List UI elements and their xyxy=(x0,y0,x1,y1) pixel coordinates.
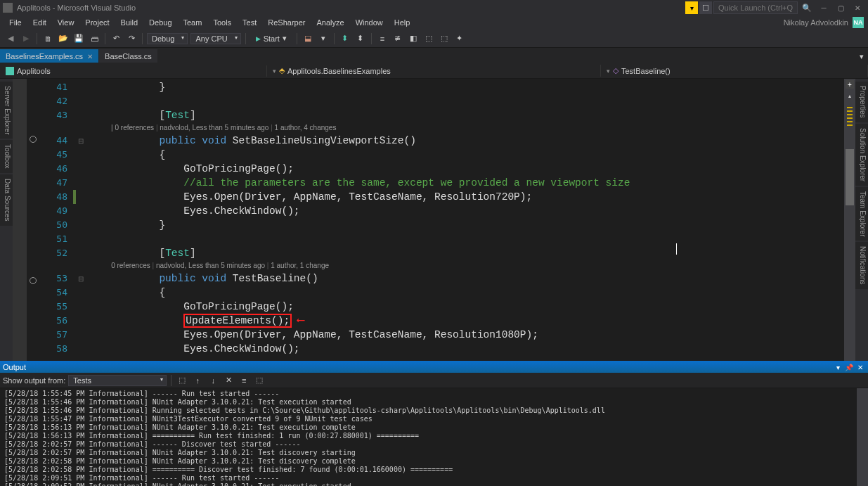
output-close-icon[interactable]: ✕ xyxy=(855,362,865,372)
side-tab-data-sources[interactable]: Data Sources xyxy=(0,174,13,226)
menu-build[interactable]: Build xyxy=(116,17,143,28)
output-scrollbar[interactable] xyxy=(857,388,868,486)
save-icon[interactable]: 💾 xyxy=(72,32,85,45)
feedback-icon[interactable]: ☐ xyxy=(699,1,712,14)
comment-icon[interactable]: ≡ xyxy=(376,32,389,45)
menu-test[interactable]: Test xyxy=(238,17,261,28)
tool-icon-3[interactable]: ⬍ xyxy=(339,32,351,45)
code-line[interactable]: } xyxy=(86,218,844,232)
code-line[interactable]: Eyes.CheckWindow(); xyxy=(86,204,844,218)
document-tab-well: BaselinesExamples.cs✕BaseClass.cs ▾ xyxy=(0,48,868,63)
side-tab-team-explorer[interactable]: Team Explorer xyxy=(855,187,868,241)
code-line[interactable]: //all the parameters are the same, excep… xyxy=(86,176,844,190)
output-pin-icon[interactable]: 📌 xyxy=(844,362,854,372)
tool-icon-4[interactable]: ⬍ xyxy=(354,32,367,45)
test-indicator-icon[interactable] xyxy=(30,136,37,143)
test-indicator-icon[interactable] xyxy=(30,277,37,284)
undo-icon[interactable]: ↶ xyxy=(110,32,122,45)
code-line[interactable]: [Test] xyxy=(86,108,844,122)
code-line[interactable]: [Test] xyxy=(86,246,844,260)
tool-icon-5[interactable]: ⬚ xyxy=(422,32,435,45)
open-file-icon[interactable]: 📂 xyxy=(57,32,70,45)
output-dropdown-icon[interactable]: ▾ xyxy=(833,362,843,372)
signed-in-user[interactable]: Nikolay Advolodkin xyxy=(784,18,848,27)
menu-edit[interactable]: Edit xyxy=(28,17,51,28)
menu-view[interactable]: View xyxy=(53,17,79,28)
tool-icon-1[interactable]: ⬓ xyxy=(302,32,314,45)
tab-overflow-icon[interactable]: ▾ xyxy=(855,50,868,63)
code-line[interactable]: { xyxy=(86,148,844,162)
code-line[interactable]: public void TestBaseline() xyxy=(86,271,844,286)
tool-icon-7[interactable]: ✦ xyxy=(453,32,466,45)
output-panel-header[interactable]: Output ▾ 📌 ✕ xyxy=(0,361,868,373)
side-tab-notifications[interactable]: Notifications xyxy=(855,242,868,288)
annotation-arrow-icon: ⟵ xyxy=(297,314,304,328)
side-tab-toolbox[interactable]: Toolbox xyxy=(0,140,13,172)
menu-window[interactable]: Window xyxy=(351,17,388,28)
search-icon[interactable]: 🔍 xyxy=(799,4,815,13)
new-project-icon[interactable]: 🗎 xyxy=(41,32,54,45)
csharp-icon xyxy=(6,67,14,75)
menu-analyze[interactable]: Analyze xyxy=(311,17,349,28)
uncomment-icon[interactable]: ≢ xyxy=(391,32,404,45)
close-button[interactable]: ✕ xyxy=(850,1,865,14)
split-icon[interactable]: + xyxy=(846,80,854,89)
menu-tools[interactable]: Tools xyxy=(208,17,236,28)
menu-resharper[interactable]: ReSharper xyxy=(263,17,310,28)
document-tab[interactable]: BaselinesExamples.cs✕ xyxy=(0,49,98,63)
start-debug-button[interactable]: ▶Start ▾ xyxy=(250,33,292,44)
menu-team[interactable]: Team xyxy=(179,17,207,28)
notification-icon[interactable]: ▾ xyxy=(685,1,698,14)
side-tab-properties[interactable]: Properties xyxy=(855,82,868,122)
code-line[interactable] xyxy=(86,232,844,246)
output-prev-icon[interactable]: ↑ xyxy=(191,374,204,387)
nav-fwd-icon[interactable]: ▶ xyxy=(20,32,32,45)
document-tab[interactable]: BaseClass.cs xyxy=(99,49,157,63)
tab-close-icon[interactable]: ✕ xyxy=(87,53,93,60)
code-editor[interactable]: 414243444546474849505152535455565758 ⊟⊟ … xyxy=(13,79,855,361)
nav-back-icon[interactable]: ◀ xyxy=(4,32,17,45)
output-text[interactable]: [5/28/18 1:55:45 PM Informational] -----… xyxy=(0,388,868,486)
output-next-icon[interactable]: ↓ xyxy=(207,374,219,387)
nav-member-dropdown[interactable]: ▾ ◇ TestBaseline() xyxy=(601,65,868,77)
output-goto-icon[interactable]: ⬚ xyxy=(176,374,188,387)
solution-config-dropdown[interactable]: Debug xyxy=(147,33,188,44)
code-line[interactable]: GoToPricingPage(); xyxy=(86,300,844,314)
output-clear-icon[interactable]: ✕ xyxy=(222,374,235,387)
code-line[interactable]: public void SetBaselineUsingViewportSize… xyxy=(86,134,844,148)
redo-icon[interactable]: ↷ xyxy=(125,32,138,45)
menu-help[interactable]: Help xyxy=(389,17,415,28)
side-tab-server-explorer[interactable]: Server Explorer xyxy=(0,82,13,139)
scroll-up-icon[interactable]: ▴ xyxy=(846,91,854,100)
code-line[interactable]: Eyes.CheckWindow(); xyxy=(86,342,844,356)
output-source-dropdown[interactable]: Tests xyxy=(68,375,167,386)
menu-file[interactable]: File xyxy=(4,17,27,28)
user-avatar[interactable]: NA xyxy=(853,17,864,28)
nav-type-dropdown[interactable]: ▾ ⬘ Applitools.BaselinesExamples xyxy=(267,65,601,77)
output-wrap-icon[interactable]: ≡ xyxy=(238,374,250,387)
menu-project[interactable]: Project xyxy=(80,17,114,28)
code-line[interactable]: GoToPricingPage(); xyxy=(86,162,844,176)
nav-project-dropdown[interactable]: Applitools xyxy=(0,65,267,77)
code-line[interactable]: | 0 references | nadvolod, Less than 5 m… xyxy=(86,122,844,134)
code-line[interactable]: Eyes.Open(Driver, AppName, TestCaseName,… xyxy=(86,328,844,342)
code-line[interactable]: 0 references | nadvolod, Less than 5 min… xyxy=(86,260,844,271)
code-line[interactable]: } xyxy=(86,80,844,94)
solution-platform-dropdown[interactable]: Any CPU xyxy=(190,33,240,44)
output-tool-icon[interactable]: ⬚ xyxy=(253,374,266,387)
save-all-icon[interactable]: 🗃 xyxy=(88,32,101,45)
tool-icon-2[interactable]: ▾ xyxy=(317,32,330,45)
minimize-button[interactable]: ─ xyxy=(816,1,831,14)
quick-launch-input[interactable] xyxy=(713,1,798,14)
code-line[interactable]: Eyes.Open(Driver, AppName, TestCaseName,… xyxy=(86,190,844,204)
menu-debug[interactable]: Debug xyxy=(144,17,176,28)
vertical-scrollbar[interactable]: + ▴ xyxy=(844,79,855,361)
side-tab-solution-explorer[interactable]: Solution Explorer xyxy=(855,124,868,186)
bookmark-icon[interactable]: ◧ xyxy=(407,32,420,45)
vs-logo-icon xyxy=(3,3,13,13)
code-line[interactable]: UpdateElements();⟵ xyxy=(86,314,844,328)
tool-icon-6[interactable]: ⬚ xyxy=(438,32,451,45)
maximize-button[interactable]: ▢ xyxy=(833,1,848,14)
code-line[interactable] xyxy=(86,94,844,108)
code-line[interactable]: { xyxy=(86,286,844,300)
